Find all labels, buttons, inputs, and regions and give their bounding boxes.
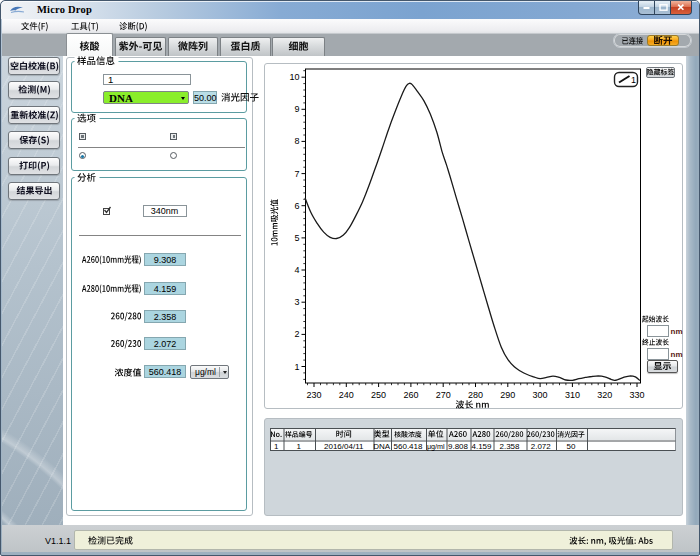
svg-text:230: 230 [306,390,321,400]
svg-text:10: 10 [289,72,299,82]
svg-text:330: 330 [629,390,644,400]
svg-text:1: 1 [631,75,636,85]
svg-text:320: 320 [597,390,612,400]
svg-text:310: 310 [565,390,580,400]
svg-text:6: 6 [294,200,299,210]
svg-text:260: 260 [403,390,418,400]
svg-text:7: 7 [294,168,299,178]
svg-text:9: 9 [294,104,299,114]
svg-text:270: 270 [436,390,451,400]
svg-text:4: 4 [294,265,299,275]
svg-text:290: 290 [500,390,515,400]
svg-text:3: 3 [294,297,299,307]
svg-text:300: 300 [533,390,548,400]
svg-text:2: 2 [294,329,299,339]
svg-text:5: 5 [294,232,299,242]
svg-text:240: 240 [339,390,354,400]
svg-text:8: 8 [294,136,299,146]
svg-text:280: 280 [468,390,483,400]
svg-text:1: 1 [294,361,299,371]
svg-text:250: 250 [371,390,386,400]
